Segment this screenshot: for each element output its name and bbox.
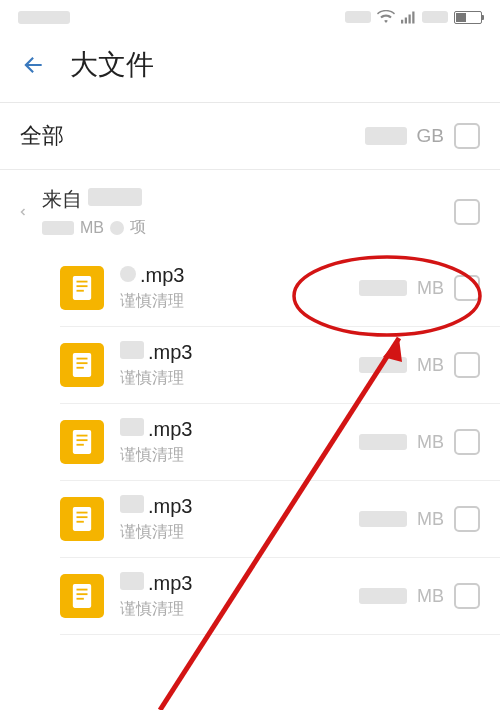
svg-rect-3: [412, 11, 414, 23]
file-caution: 谨慎清理: [120, 445, 343, 466]
group-size-unit: MB: [80, 219, 104, 237]
svg-rect-10: [77, 362, 88, 364]
svg-rect-21: [77, 589, 88, 591]
file-ext: .mp3: [148, 572, 192, 595]
all-checkbox[interactable]: [454, 123, 480, 149]
file-doc-icon: [60, 574, 104, 618]
file-caution: 谨慎清理: [120, 599, 343, 620]
file-name-blur: [120, 495, 144, 513]
file-size-blur: [359, 588, 407, 604]
status-bar: [0, 0, 500, 34]
file-row[interactable]: .mp3 谨慎清理 MB: [60, 404, 500, 481]
file-row[interactable]: .mp3 谨慎清理 MB: [60, 481, 500, 558]
file-ext: .mp3: [148, 495, 192, 518]
file-size-unit: MB: [417, 355, 444, 376]
file-ext: .mp3: [148, 341, 192, 364]
file-caution: 谨慎清理: [120, 368, 343, 389]
svg-rect-2: [409, 14, 411, 23]
svg-rect-12: [73, 430, 91, 454]
file-size-blur: [359, 357, 407, 373]
file-row[interactable]: .mp3 谨慎清理 MB: [60, 250, 500, 327]
svg-rect-20: [73, 584, 91, 608]
file-name-blur: [120, 266, 136, 282]
file-size-blur: [359, 280, 407, 296]
svg-rect-9: [77, 358, 88, 360]
file-size-unit: MB: [417, 432, 444, 453]
group-name-blur: [88, 188, 142, 206]
group-prefix: 来自: [42, 186, 82, 213]
file-checkbox[interactable]: [454, 275, 480, 301]
group-count-blur: [110, 221, 124, 235]
file-row[interactable]: .mp3 谨慎清理 MB: [60, 558, 500, 635]
group-checkbox[interactable]: [454, 199, 480, 225]
file-name-blur: [120, 341, 144, 359]
group-count-unit: 项: [130, 217, 146, 238]
file-doc-icon: [60, 343, 104, 387]
svg-rect-17: [77, 512, 88, 514]
file-size-blur: [359, 434, 407, 450]
file-doc-icon: [60, 266, 104, 310]
svg-rect-5: [77, 281, 88, 283]
svg-rect-8: [73, 353, 91, 377]
file-group-header[interactable]: 来自 MB 项: [0, 170, 500, 250]
svg-rect-19: [77, 521, 84, 523]
svg-rect-23: [77, 598, 84, 600]
svg-rect-15: [77, 444, 84, 446]
svg-rect-13: [77, 435, 88, 437]
file-row[interactable]: .mp3 谨慎清理 MB: [60, 327, 500, 404]
file-list: .mp3 谨慎清理 MB .mp3 谨慎清理 MB: [60, 250, 500, 635]
all-label: 全部: [20, 121, 64, 151]
svg-rect-1: [405, 17, 407, 23]
file-checkbox[interactable]: [454, 583, 480, 609]
chevron-down-icon: [14, 203, 32, 221]
file-size-unit: MB: [417, 278, 444, 299]
file-doc-icon: [60, 420, 104, 464]
svg-rect-0: [401, 19, 403, 23]
file-caution: 谨慎清理: [120, 291, 343, 312]
all-size-unit: GB: [417, 125, 444, 147]
file-size-unit: MB: [417, 586, 444, 607]
page-title: 大文件: [70, 46, 154, 84]
svg-rect-7: [77, 290, 84, 292]
svg-rect-18: [77, 516, 88, 518]
file-name-blur: [120, 572, 144, 590]
svg-rect-22: [77, 593, 88, 595]
all-size-blur: [365, 127, 407, 145]
file-checkbox[interactable]: [454, 352, 480, 378]
file-ext: .mp3: [140, 264, 184, 287]
file-checkbox[interactable]: [454, 506, 480, 532]
svg-rect-6: [77, 285, 88, 287]
svg-rect-4: [73, 276, 91, 300]
svg-rect-16: [73, 507, 91, 531]
back-arrow-icon[interactable]: [20, 52, 46, 78]
group-size-blur: [42, 221, 74, 235]
file-name-blur: [120, 418, 144, 436]
wifi-icon: [377, 10, 395, 24]
header: 大文件: [0, 34, 500, 102]
file-size-blur: [359, 511, 407, 527]
svg-rect-11: [77, 367, 84, 369]
status-blur-right-2: [422, 11, 448, 23]
status-blur-right-1: [345, 11, 371, 23]
file-doc-icon: [60, 497, 104, 541]
battery-icon: [454, 11, 482, 24]
file-ext: .mp3: [148, 418, 192, 441]
tab-all[interactable]: 全部 GB: [0, 103, 500, 170]
file-caution: 谨慎清理: [120, 522, 343, 543]
svg-rect-14: [77, 439, 88, 441]
signal-icon: [401, 11, 416, 24]
status-blur-left: [18, 11, 70, 24]
file-checkbox[interactable]: [454, 429, 480, 455]
file-size-unit: MB: [417, 509, 444, 530]
